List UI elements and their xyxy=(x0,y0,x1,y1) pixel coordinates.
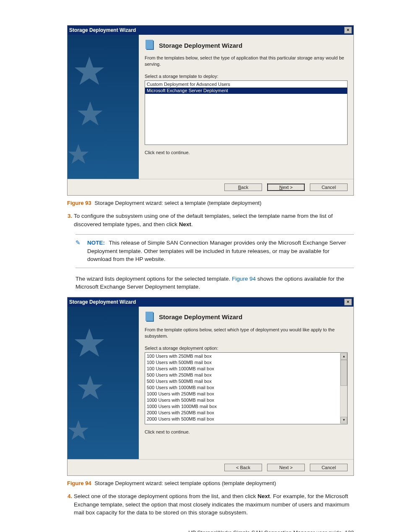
page-footer: HP StorageWorks Simple SAN Connection Ma… xyxy=(67,529,354,532)
list-item[interactable]: 1000 Users with 250MB mail box xyxy=(145,391,340,397)
back-button[interactable]: < Back xyxy=(224,464,262,471)
body-paragraph: The wizard lists deployment options for … xyxy=(75,275,354,291)
footer-text: HP StorageWorks Simple SAN Connection Ma… xyxy=(188,529,342,532)
figure-94-link[interactable]: Figure 94 xyxy=(232,276,256,282)
note-text: This release of Simple SAN Connection Ma… xyxy=(87,240,346,262)
list-item[interactable]: 1000 Users with 1000MB mail box xyxy=(145,403,340,410)
svg-marker-7 xyxy=(68,420,89,440)
continue-text: Click next to continue. xyxy=(145,429,348,434)
svg-marker-1 xyxy=(78,101,102,125)
step-3: To configure the subsystem using one of … xyxy=(74,212,354,228)
listbox-scrollbar[interactable]: ▴ ▾ xyxy=(340,353,347,424)
cancel-button[interactable]: Cancel xyxy=(310,464,348,471)
wizard-side-graphic xyxy=(68,307,139,459)
figure-caption-94: Figure 94 Storage Deployment wizard: sel… xyxy=(67,480,354,486)
titlebar-2: Storage Deployment Wizard × xyxy=(68,297,353,307)
scroll-down-arrow[interactable]: ▾ xyxy=(340,417,347,424)
close-icon[interactable]: × xyxy=(344,27,352,34)
next-button[interactable]: Next > xyxy=(267,464,305,471)
back-button[interactable]: Back xyxy=(224,183,262,191)
note-icon: ✎ xyxy=(75,239,81,247)
figure-label: Figure 93 xyxy=(67,200,91,206)
svg-marker-2 xyxy=(68,144,89,164)
svg-rect-4 xyxy=(145,40,153,49)
step-4: Select one of the storage deployment opt… xyxy=(74,492,354,517)
figure-text: Storage Deployment wizard: select a temp… xyxy=(94,200,261,206)
list-item[interactable]: 100 Users with 250MB mail box xyxy=(145,353,340,359)
figure-caption-93: Figure 93 Storage Deployment wizard: sel… xyxy=(67,200,354,206)
close-icon[interactable]: × xyxy=(344,299,352,305)
scroll-thumb[interactable] xyxy=(340,360,347,386)
list-item[interactable]: 2000 Users with 250MB mail box xyxy=(145,410,340,416)
window-title: Storage Deployment Wizard xyxy=(69,27,136,33)
svg-marker-0 xyxy=(75,57,104,85)
list-item[interactable]: 500 Users with 1000MB mail box xyxy=(145,385,340,391)
wizard-side-graphic xyxy=(68,35,139,179)
wizard-description: From the template options below, select … xyxy=(145,327,348,340)
wizard-icon xyxy=(145,312,156,323)
titlebar-1: Storage Deployment Wizard × xyxy=(68,26,353,35)
list-item[interactable]: 500 Users with 250MB mail box xyxy=(145,372,340,378)
cancel-button[interactable]: Cancel xyxy=(310,183,348,191)
note-box: ✎ NOTE: This release of Simple SAN Conne… xyxy=(75,234,354,268)
list-item[interactable]: Custom Deployment for Advanced Users xyxy=(145,81,347,88)
wizard-description: From the templates below, select the typ… xyxy=(145,55,348,68)
figure-text: Storage Deployment wizard: select templa… xyxy=(94,480,276,486)
wizard-window-1: Storage Deployment Wizard × Storage Depl… xyxy=(67,25,354,196)
list-item[interactable]: 100 Users with 500MB mail box xyxy=(145,359,340,366)
svg-rect-9 xyxy=(145,312,153,321)
scroll-up-arrow[interactable]: ▴ xyxy=(340,353,347,360)
wizard-window-2: Storage Deployment Wizard × Storage Depl… xyxy=(67,297,354,476)
list-item[interactable]: Microsoft Exchange Server Deployment xyxy=(145,88,347,94)
template-listbox[interactable]: Custom Deployment for Advanced Users Mic… xyxy=(145,80,348,145)
list-item[interactable]: 2000 Users with 500MB mail box xyxy=(145,416,340,422)
next-button[interactable]: Next > xyxy=(267,183,305,191)
wizard-subhead: Select a storage template to deploy: xyxy=(145,74,348,79)
continue-text: Click next to continue. xyxy=(145,150,348,155)
wizard-heading: Storage Deployment Wizard xyxy=(159,42,242,49)
list-item[interactable]: 500 Users with 500MB mail box xyxy=(145,378,340,385)
deployment-options-listbox[interactable]: 100 Users with 250MB mail box 100 Users … xyxy=(145,352,348,424)
page-number: 123 xyxy=(345,529,354,532)
wizard-icon xyxy=(145,40,156,51)
figure-label: Figure 94 xyxy=(67,480,91,486)
svg-marker-5 xyxy=(75,328,104,357)
note-label: NOTE: xyxy=(87,240,105,246)
wizard-heading: Storage Deployment Wizard xyxy=(159,313,242,320)
list-item[interactable]: 100 Users with 1000MB mail box xyxy=(145,366,340,372)
list-item[interactable]: 1000 Users with 500MB mail box xyxy=(145,397,340,403)
wizard-subhead: Select a storage deployment option: xyxy=(145,346,348,351)
window-title: Storage Deployment Wizard xyxy=(69,299,136,305)
svg-marker-6 xyxy=(78,375,102,399)
